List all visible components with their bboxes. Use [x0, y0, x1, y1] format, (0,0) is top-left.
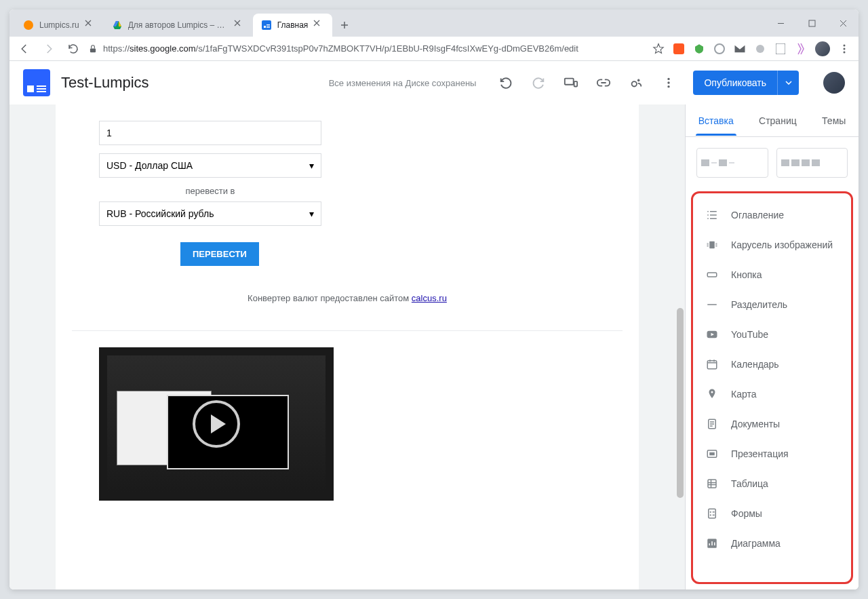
close-icon[interactable]: [313, 20, 324, 31]
more-button[interactable]: [660, 75, 677, 91]
amount-input[interactable]: [99, 121, 321, 145]
ext-icon-7[interactable]: [795, 43, 807, 55]
save-status: Все изменения на Диске сохранены: [329, 78, 477, 88]
close-icon[interactable]: [234, 20, 245, 31]
svg-rect-24: [707, 273, 717, 277]
publish-button[interactable]: Опубликовать: [693, 71, 799, 95]
video-thumbnail[interactable]: [99, 347, 334, 501]
ext-icon-1[interactable]: [673, 43, 685, 55]
insert-item-label: Разделитель: [731, 299, 787, 310]
svg-point-20: [668, 85, 670, 88]
svg-point-27: [711, 391, 713, 393]
from-currency-select[interactable]: USD - Доллар США ▾: [99, 153, 321, 178]
insert-item-carousel[interactable]: Карусель изображений: [693, 230, 851, 260]
chevron-down-icon: ▾: [309, 160, 314, 171]
calcus-link[interactable]: calcus.ru: [412, 293, 447, 303]
undo-button[interactable]: [498, 75, 514, 91]
layout-template-1[interactable]: [696, 148, 768, 178]
ext-icon-3[interactable]: [713, 43, 726, 55]
window-controls: [765, 9, 859, 37]
converter-credit: Конвертер валют предоставлен сайтом calc…: [99, 293, 595, 303]
svg-point-10: [756, 45, 764, 53]
tab-insert[interactable]: Вставка: [698, 106, 734, 136]
to-currency-select[interactable]: RUB - Российский рубль ▾: [99, 201, 321, 226]
url-field[interactable]: https://sites.google.com/s/1faFgTWSXDCvR…: [88, 39, 644, 58]
svg-rect-32: [709, 509, 716, 518]
svg-point-34: [710, 514, 711, 516]
insert-item-map[interactable]: Карта: [693, 379, 851, 409]
ext-icon-5[interactable]: [754, 43, 766, 55]
reload-button[interactable]: [64, 39, 83, 58]
insert-item-toc[interactable]: Оглавление: [693, 200, 851, 230]
svg-point-17: [632, 81, 637, 86]
browser-tab-1[interactable]: Для авторов Lumpics – Google Д: [104, 14, 253, 37]
insert-item-youtube[interactable]: YouTube: [693, 320, 851, 349]
favicon-sites: [261, 20, 272, 31]
insert-item-sheets[interactable]: Таблица: [693, 469, 851, 499]
insert-item-label: YouTube: [731, 329, 768, 340]
tab-title: Lumpics.ru: [39, 20, 79, 30]
insert-item-label: Календарь: [731, 359, 779, 370]
convert-button[interactable]: ПЕРЕВЕСТИ: [180, 242, 259, 266]
video-block: [72, 331, 623, 517]
maximize-button[interactable]: [796, 9, 827, 37]
svg-point-9: [715, 44, 724, 54]
svg-rect-16: [574, 81, 578, 86]
insert-item-label: Кнопка: [731, 269, 762, 280]
sheets-icon: [705, 477, 719, 490]
browser-tab-2[interactable]: Главная: [253, 14, 333, 37]
preview-button[interactable]: [563, 75, 579, 91]
back-button[interactable]: [15, 39, 34, 58]
publish-dropdown[interactable]: [777, 71, 799, 95]
tab-pages[interactable]: Страниц: [759, 106, 797, 136]
user-avatar[interactable]: [823, 72, 845, 94]
insert-item-slides[interactable]: Презентация: [693, 439, 851, 469]
canvas-area[interactable]: USD - Доллар США ▾ перевести в RUB - Рос…: [9, 104, 685, 590]
menu-icon[interactable]: [838, 43, 850, 55]
insert-item-label: Карусель изображений: [731, 239, 833, 250]
link-button[interactable]: [595, 75, 612, 91]
site-title[interactable]: Test-Lumpics: [61, 74, 149, 92]
share-button[interactable]: [628, 75, 644, 91]
page-content: USD - Доллар США ▾ перевести в RUB - Рос…: [56, 104, 639, 590]
browser-tab-0[interactable]: Lumpics.ru: [15, 14, 104, 37]
insert-item-calendar[interactable]: Календарь: [693, 349, 851, 379]
svg-rect-8: [673, 43, 684, 54]
calendar-icon: [705, 358, 719, 371]
sites-logo[interactable]: [23, 69, 50, 96]
forward-button[interactable]: [39, 39, 58, 58]
ext-icon-2[interactable]: [693, 43, 705, 55]
svg-rect-26: [707, 361, 717, 369]
insert-item-divider[interactable]: Разделитель: [693, 290, 851, 320]
insert-items-list: ОглавлениеКарусель изображенийКнопкаРазд…: [691, 191, 853, 584]
new-tab-button[interactable]: [335, 16, 354, 35]
lock-icon: [88, 44, 98, 54]
svg-rect-2: [264, 26, 266, 28]
profile-avatar-icon[interactable]: [815, 41, 830, 56]
carousel-icon: [705, 238, 719, 252]
insert-item-chart[interactable]: Диаграмма: [693, 528, 851, 558]
svg-rect-15: [565, 79, 574, 85]
convert-to-label: перевести в: [99, 186, 321, 196]
layout-template-2[interactable]: [776, 148, 848, 178]
svg-point-14: [844, 51, 846, 53]
ext-icon-6[interactable]: [774, 43, 787, 55]
insert-item-forms[interactable]: Формы: [693, 499, 851, 528]
svg-point-0: [24, 20, 33, 30]
ext-icon-4[interactable]: [734, 43, 746, 55]
close-icon[interactable]: [85, 20, 96, 31]
star-icon[interactable]: [652, 43, 665, 55]
url-text: https://sites.google.com/s/1faFgTWSXDCvR…: [103, 43, 578, 54]
minimize-button[interactable]: [765, 9, 796, 37]
close-window-button[interactable]: [827, 9, 859, 37]
insert-item-button[interactable]: Кнопка: [693, 260, 851, 290]
svg-rect-30: [709, 452, 715, 456]
redo-button[interactable]: [530, 75, 547, 91]
insert-item-docs[interactable]: Документы: [693, 409, 851, 439]
svg-rect-4: [267, 26, 270, 26]
tab-themes[interactable]: Темы: [822, 106, 846, 136]
scrollbar-thumb[interactable]: [677, 308, 684, 498]
svg-point-19: [668, 81, 670, 83]
svg-rect-23: [715, 243, 717, 247]
youtube-icon: [705, 328, 719, 341]
